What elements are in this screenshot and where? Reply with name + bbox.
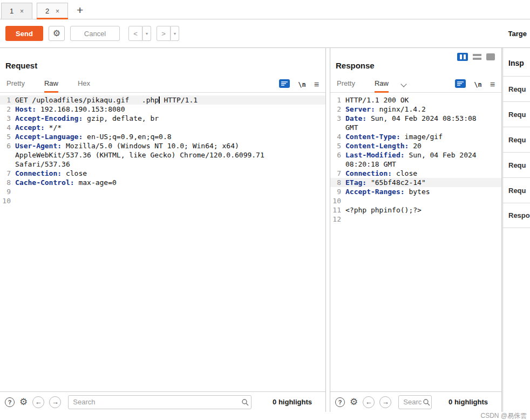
code-line[interactable]: 6Last-Modified: Sun, 04 Feb 2024 08:20:1… (330, 150, 501, 169)
forward-button-group: > ▾ (157, 26, 179, 41)
close-icon[interactable]: × (56, 8, 59, 15)
line-number: 2 (0, 105, 11, 114)
line-number: 5 (0, 132, 11, 141)
help-icon[interactable]: ? (335, 397, 345, 407)
code-line[interactable]: 4Accept: */* (0, 123, 325, 132)
search-settings-icon[interactable]: ⚙ (350, 397, 358, 407)
line-number: 10 (330, 196, 341, 205)
code-line[interactable]: 12 (330, 215, 501, 224)
chevron-down-icon[interactable] (400, 81, 407, 88)
response-tab-pretty[interactable]: Pretty (337, 77, 355, 93)
response-editor[interactable]: 1HTTP/1.1 200 OK2Server: nginx/1.4.23Dat… (330, 93, 501, 391)
line-number: 10 (0, 196, 11, 205)
bottom-strip: CSDN @易侏雲 (0, 412, 530, 419)
request-editor[interactable]: 1GET /uploadfiles/pikaqu.gif .php HTTP/1… (0, 93, 325, 391)
watermark-text: CSDN @易侏雲 (480, 411, 527, 420)
inspector-section[interactable]: Requ (503, 152, 530, 177)
response-panel: Response Pretty Raw \n ≡ 1HTTP/1.1 200 O… (330, 48, 502, 412)
line-text (345, 196, 492, 205)
inspector-section[interactable]: Requ (503, 101, 530, 127)
line-number: 12 (330, 215, 341, 224)
request-tab-raw[interactable]: Raw (44, 77, 58, 93)
help-icon[interactable]: ? (5, 397, 15, 407)
line-number: 4 (0, 123, 11, 132)
line-number: 1 (330, 95, 341, 105)
inspector-section[interactable]: Requ (503, 177, 530, 203)
code-line[interactable]: 2Server: nginx/1.4.2 (330, 105, 501, 114)
show-newlines-icon[interactable]: \n (474, 81, 481, 88)
layout-single-button[interactable] (486, 53, 495, 60)
request-response-splitter[interactable] (326, 48, 330, 412)
code-line[interactable]: 7Connection: close (0, 169, 325, 178)
request-view-tabs: Pretty Raw Hex \n ≡ (0, 77, 325, 93)
code-line[interactable]: 1HTTP/1.1 200 OK (330, 95, 501, 105)
back-history-dropdown[interactable]: ▾ (142, 26, 151, 41)
code-line[interactable]: 10 (0, 196, 325, 205)
repeater-toolbar: Send ⚙ Cancel < ▾ > ▾ Targe (0, 19, 530, 48)
code-line[interactable]: 8ETag: "65bf48c2-14" (330, 178, 501, 187)
line-number: 7 (330, 169, 341, 178)
back-button[interactable]: < (128, 26, 142, 41)
word-wrap-icon[interactable] (455, 79, 466, 89)
new-tab-button[interactable]: + (77, 4, 83, 16)
inspector-section[interactable]: Respo (503, 203, 530, 228)
cancel-button[interactable]: Cancel (70, 26, 120, 41)
inspector-title: Insp (503, 48, 530, 76)
code-line[interactable]: 5Content-Length: 20 (330, 141, 501, 150)
inspector-panel: Insp Requ Requ Requ Requ Requ Respo (502, 48, 530, 412)
response-search-box (398, 395, 432, 409)
line-number: 11 (330, 205, 341, 215)
code-line[interactable]: 4Content-Type: image/gif (330, 132, 501, 141)
line-number: 4 (330, 132, 341, 141)
forward-button[interactable]: > (157, 26, 171, 41)
response-tab-raw[interactable]: Raw (375, 77, 389, 93)
code-line[interactable]: 9 (0, 187, 325, 196)
code-line[interactable]: 11<?php phpinfo();?> (330, 205, 501, 215)
close-icon[interactable]: × (20, 8, 24, 15)
search-input[interactable] (398, 395, 432, 409)
word-wrap-icon[interactable] (279, 79, 290, 89)
code-line[interactable]: 2Host: 192.168.190.153:8080 (0, 105, 325, 114)
repeater-tab-2[interactable]: 2 × (37, 3, 68, 19)
code-line[interactable]: 10 (330, 196, 501, 205)
line-text: Cache-Control: max-age=0 (15, 178, 309, 187)
request-tab-hex[interactable]: Hex (78, 77, 90, 93)
line-number: 8 (330, 178, 341, 187)
editor-menu-icon[interactable]: ≡ (490, 80, 495, 89)
inspector-section[interactable]: Requ (503, 127, 530, 152)
line-text: Last-Modified: Sun, 04 Feb 2024 08:20:18… (345, 150, 492, 169)
code-line[interactable]: 3Accept-Encoding: gzip, deflate, br (0, 114, 325, 123)
next-match-button[interactable]: → (49, 396, 61, 408)
code-line[interactable]: 7Connection: close (330, 169, 501, 178)
send-settings-button[interactable]: ⚙ (49, 26, 65, 41)
show-newlines-icon[interactable]: \n (298, 81, 305, 88)
previous-match-button[interactable]: ← (363, 396, 375, 408)
line-text: User-Agent: Mozilla/5.0 (Windows NT 10.0… (15, 141, 309, 169)
code-line[interactable]: 6User-Agent: Mozilla/5.0 (Windows NT 10.… (0, 141, 325, 169)
inspector-section[interactable]: Requ (503, 76, 530, 101)
chevron-down-icon: ▾ (174, 31, 176, 36)
code-line[interactable]: 1GET /uploadfiles/pikaqu.gif .php HTTP/1… (0, 95, 325, 105)
repeater-tab-1[interactable]: 1 × (1, 3, 32, 19)
editor-menu-icon[interactable]: ≡ (314, 80, 319, 89)
forward-history-dropdown[interactable]: ▾ (171, 26, 179, 41)
layout-rows-button[interactable] (472, 53, 482, 61)
next-match-button[interactable]: → (379, 396, 391, 408)
search-settings-icon[interactable]: ⚙ (19, 397, 28, 407)
layout-columns-button[interactable] (457, 53, 468, 61)
request-panel-title: Request (0, 48, 325, 77)
chevron-down-icon: ▾ (146, 31, 148, 36)
line-text: ETag: "65bf48c2-14" (345, 178, 492, 187)
code-line[interactable]: 5Accept-Language: en-US;q=0.9,en;q=0.8 (0, 132, 325, 141)
send-button[interactable]: Send (5, 26, 43, 41)
highlights-count: 0 highlights (449, 398, 497, 406)
code-line[interactable]: 8Cache-Control: max-age=0 (0, 178, 325, 187)
previous-match-button[interactable]: ← (32, 396, 44, 408)
line-text: Connection: close (15, 169, 309, 178)
code-line[interactable]: 3Date: Sun, 04 Feb 2024 08:53:08 GMT (330, 114, 501, 132)
line-text (345, 215, 492, 224)
search-input[interactable] (68, 395, 252, 409)
line-number: 9 (330, 187, 341, 196)
request-tab-pretty[interactable]: Pretty (6, 77, 25, 93)
code-line[interactable]: 9Accept-Ranges: bytes (330, 187, 501, 196)
